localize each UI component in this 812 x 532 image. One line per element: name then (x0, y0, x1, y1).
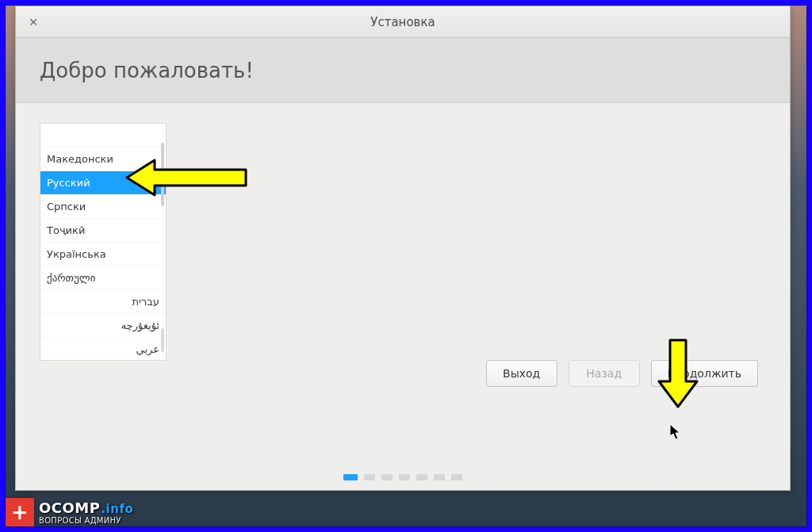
pager-dot (416, 474, 427, 480)
scrollbar[interactable] (161, 143, 164, 206)
language-list[interactable]: Македонски Русский Српски Тоҷикӣ Українс… (40, 123, 167, 361)
page-title: Добро пожаловать! (40, 59, 254, 82)
watermark-badge: + OCOMP.info ВОПРОСЫ АДМИНУ (6, 498, 141, 526)
list-item[interactable]: عربي (40, 338, 166, 361)
pager-dot (381, 474, 393, 480)
list-item[interactable]: Тоҷикӣ (40, 219, 166, 243)
pager-dot (364, 474, 375, 480)
content-area: Македонски Русский Српски Тоҷикӣ Українс… (16, 103, 790, 434)
continue-button[interactable]: Продолжить (651, 360, 758, 387)
pager-dot-active (343, 474, 358, 480)
list-item[interactable]: עברית (40, 290, 166, 314)
watermark-tagline: ВОПРОСЫ АДМИНУ (39, 516, 133, 525)
button-row: Выход Назад Продолжить (486, 360, 758, 387)
scrollbar[interactable] (161, 328, 164, 352)
plus-icon: + (6, 498, 34, 526)
watermark-brand: OCOMP.info (39, 499, 133, 516)
back-button: Назад (569, 360, 640, 387)
exit-button[interactable]: Выход (486, 360, 557, 387)
step-pager (343, 474, 462, 480)
list-item[interactable]: Македонски (40, 147, 166, 171)
titlebar: ✕ Установка (16, 6, 790, 38)
list-item[interactable]: Српски (40, 195, 166, 219)
pager-dot (434, 474, 445, 480)
close-icon[interactable]: ✕ (25, 14, 41, 30)
list-item-selected[interactable]: Русский (40, 171, 166, 195)
desktop-background: ✕ Установка Добро пожаловать! Македонски… (5, 5, 807, 527)
window-title: Установка (370, 15, 435, 29)
list-item[interactable] (40, 124, 166, 147)
footer (16, 434, 790, 490)
list-item[interactable]: Українська (40, 243, 166, 266)
pager-dot (399, 474, 410, 480)
list-item[interactable]: ئۇيغۇرچە (40, 314, 166, 338)
list-item[interactable]: ქართული (40, 266, 166, 290)
pager-dot (451, 474, 462, 480)
installer-window: ✕ Установка Добро пожаловать! Македонски… (15, 6, 791, 491)
welcome-header: Добро пожаловать! (16, 38, 790, 103)
